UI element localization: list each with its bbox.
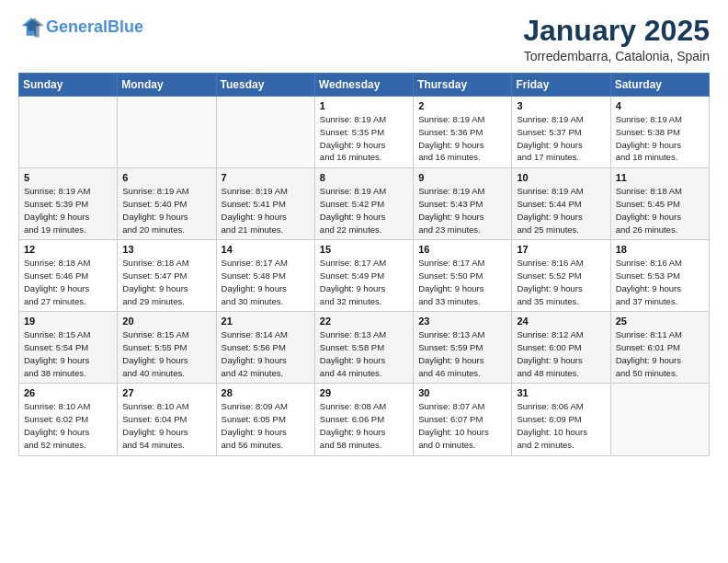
day-info: Sunrise: 8:08 AMSunset: 6:06 PMDaylight:… [320,400,408,451]
calendar-body: 1Sunrise: 8:19 AMSunset: 5:35 PMDaylight… [19,97,710,455]
weekday-row: SundayMondayTuesdayWednesdayThursdayFrid… [19,74,710,97]
weekday-header-friday: Friday [512,74,610,97]
day-number: 1 [320,100,408,111]
weekday-header-wednesday: Wednesday [314,74,413,97]
day-info: Sunrise: 8:17 AMSunset: 5:50 PMDaylight:… [418,257,506,307]
day-number: 8 [320,172,408,183]
calendar: SundayMondayTuesdayWednesdayThursdayFrid… [18,73,710,455]
calendar-cell [19,97,118,168]
calendar-cell: 2Sunrise: 8:19 AMSunset: 5:36 PMDaylight… [414,97,512,168]
day-info: Sunrise: 8:19 AMSunset: 5:42 PMDaylight:… [320,185,408,236]
calendar-week-2: 5Sunrise: 8:19 AMSunset: 5:39 PMDaylight… [19,168,710,240]
calendar-cell: 19Sunrise: 8:15 AMSunset: 5:54 PMDayligh… [19,312,118,384]
logo-line2: Blue [108,17,143,36]
day-number: 4 [616,100,704,111]
calendar-cell [610,384,709,455]
day-info: Sunrise: 8:19 AMSunset: 5:44 PMDaylight:… [517,185,605,236]
calendar-cell: 29Sunrise: 8:08 AMSunset: 6:06 PMDayligh… [314,384,413,455]
day-info: Sunrise: 8:19 AMSunset: 5:36 PMDaylight:… [418,113,506,164]
day-number: 20 [122,316,210,327]
calendar-cell: 30Sunrise: 8:07 AMSunset: 6:07 PMDayligh… [414,384,512,455]
day-info: Sunrise: 8:16 AMSunset: 5:53 PMDaylight:… [616,257,704,307]
day-number: 15 [320,244,408,255]
day-number: 28 [222,387,310,398]
day-number: 21 [222,316,310,327]
header: GeneralBlue January 2025 Torredembarra, … [18,15,710,63]
logo-icon [18,15,44,40]
calendar-cell: 4Sunrise: 8:19 AMSunset: 5:38 PMDaylight… [610,97,709,168]
day-info: Sunrise: 8:10 AMSunset: 6:02 PMDaylight:… [24,400,112,451]
day-number: 31 [517,387,605,398]
calendar-cell: 26Sunrise: 8:10 AMSunset: 6:02 PMDayligh… [19,384,118,455]
calendar-cell: 20Sunrise: 8:15 AMSunset: 5:55 PMDayligh… [118,312,216,384]
day-number: 16 [418,244,506,255]
day-info: Sunrise: 8:18 AMSunset: 5:47 PMDaylight:… [122,257,210,307]
day-number: 13 [122,244,210,255]
calendar-cell: 8Sunrise: 8:19 AMSunset: 5:42 PMDaylight… [314,168,413,240]
month-title: January 2025 [523,15,710,47]
calendar-week-5: 26Sunrise: 8:10 AMSunset: 6:02 PMDayligh… [19,384,710,455]
calendar-cell: 18Sunrise: 8:16 AMSunset: 5:53 PMDayligh… [610,240,709,312]
day-info: Sunrise: 8:18 AMSunset: 5:45 PMDaylight:… [616,185,704,236]
calendar-cell: 25Sunrise: 8:11 AMSunset: 6:01 PMDayligh… [610,312,709,384]
day-info: Sunrise: 8:19 AMSunset: 5:43 PMDaylight:… [418,185,506,236]
day-number: 6 [122,172,210,183]
day-number: 11 [616,172,704,183]
day-info: Sunrise: 8:19 AMSunset: 5:41 PMDaylight:… [222,185,310,236]
day-info: Sunrise: 8:07 AMSunset: 6:07 PMDaylight:… [418,400,506,451]
day-info: Sunrise: 8:09 AMSunset: 6:05 PMDaylight:… [222,400,310,451]
calendar-cell: 10Sunrise: 8:19 AMSunset: 5:44 PMDayligh… [512,168,610,240]
calendar-cell: 31Sunrise: 8:06 AMSunset: 6:09 PMDayligh… [512,384,610,455]
calendar-cell: 7Sunrise: 8:19 AMSunset: 5:41 PMDaylight… [216,168,314,240]
day-info: Sunrise: 8:13 AMSunset: 5:58 PMDaylight:… [320,328,408,379]
day-number: 24 [517,316,605,327]
calendar-cell: 24Sunrise: 8:12 AMSunset: 6:00 PMDayligh… [512,312,610,384]
day-info: Sunrise: 8:10 AMSunset: 6:04 PMDaylight:… [122,400,210,451]
day-info: Sunrise: 8:16 AMSunset: 5:52 PMDaylight:… [517,257,605,307]
weekday-header-tuesday: Tuesday [216,74,314,97]
day-number: 12 [24,244,112,255]
page: GeneralBlue January 2025 Torredembarra, … [0,0,728,465]
day-number: 3 [517,100,605,111]
day-number: 9 [418,172,506,183]
calendar-week-1: 1Sunrise: 8:19 AMSunset: 5:35 PMDaylight… [19,97,710,168]
day-info: Sunrise: 8:19 AMSunset: 5:35 PMDaylight:… [320,113,408,164]
calendar-cell: 17Sunrise: 8:16 AMSunset: 5:52 PMDayligh… [512,240,610,312]
day-info: Sunrise: 8:15 AMSunset: 5:54 PMDaylight:… [24,328,112,379]
calendar-cell: 15Sunrise: 8:17 AMSunset: 5:49 PMDayligh… [314,240,413,312]
day-info: Sunrise: 8:17 AMSunset: 5:48 PMDaylight:… [222,257,310,307]
calendar-week-4: 19Sunrise: 8:15 AMSunset: 5:54 PMDayligh… [19,312,710,384]
location: Torredembarra, Catalonia, Spain [523,49,710,63]
day-number: 27 [122,387,210,398]
calendar-header: SundayMondayTuesdayWednesdayThursdayFrid… [19,74,710,97]
calendar-cell: 27Sunrise: 8:10 AMSunset: 6:04 PMDayligh… [118,384,216,455]
calendar-cell: 5Sunrise: 8:19 AMSunset: 5:39 PMDaylight… [19,168,118,240]
day-number: 2 [418,100,506,111]
calendar-cell: 22Sunrise: 8:13 AMSunset: 5:58 PMDayligh… [314,312,413,384]
logo-line1: General [46,17,108,36]
day-info: Sunrise: 8:19 AMSunset: 5:38 PMDaylight:… [616,113,704,164]
logo: GeneralBlue [18,15,143,40]
day-number: 14 [222,244,310,255]
day-info: Sunrise: 8:06 AMSunset: 6:09 PMDaylight:… [517,400,605,451]
day-info: Sunrise: 8:18 AMSunset: 5:46 PMDaylight:… [24,257,112,307]
calendar-cell: 11Sunrise: 8:18 AMSunset: 5:45 PMDayligh… [610,168,709,240]
day-info: Sunrise: 8:19 AMSunset: 5:37 PMDaylight:… [517,113,605,164]
day-info: Sunrise: 8:12 AMSunset: 6:00 PMDaylight:… [517,328,605,379]
day-number: 17 [517,244,605,255]
day-info: Sunrise: 8:17 AMSunset: 5:49 PMDaylight:… [320,257,408,307]
calendar-cell: 9Sunrise: 8:19 AMSunset: 5:43 PMDaylight… [414,168,512,240]
day-info: Sunrise: 8:15 AMSunset: 5:55 PMDaylight:… [122,328,210,379]
calendar-cell: 21Sunrise: 8:14 AMSunset: 5:56 PMDayligh… [216,312,314,384]
day-number: 30 [418,387,506,398]
day-number: 23 [418,316,506,327]
calendar-cell: 3Sunrise: 8:19 AMSunset: 5:37 PMDaylight… [512,97,610,168]
day-number: 18 [616,244,704,255]
day-info: Sunrise: 8:14 AMSunset: 5:56 PMDaylight:… [222,328,310,379]
day-info: Sunrise: 8:13 AMSunset: 5:59 PMDaylight:… [418,328,506,379]
calendar-cell: 1Sunrise: 8:19 AMSunset: 5:35 PMDaylight… [314,97,413,168]
day-info: Sunrise: 8:19 AMSunset: 5:39 PMDaylight:… [24,185,112,236]
logo-text: GeneralBlue [46,18,143,37]
calendar-cell: 14Sunrise: 8:17 AMSunset: 5:48 PMDayligh… [216,240,314,312]
weekday-header-saturday: Saturday [610,74,709,97]
